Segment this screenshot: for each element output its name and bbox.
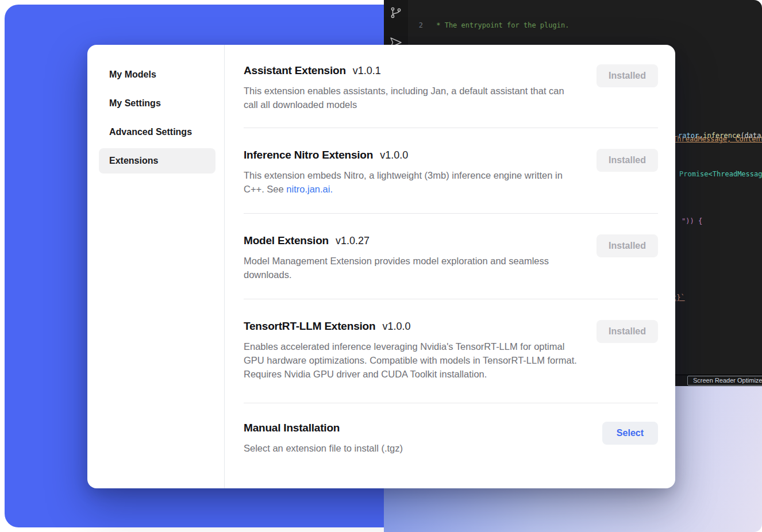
extension-row-assistant: Assistant Extension v1.0.1 This extensio… <box>244 62 658 128</box>
extension-version: v1.0.0 <box>382 321 410 333</box>
extensions-panel: Assistant Extension v1.0.1 This extensio… <box>225 45 675 488</box>
code-fragment: ")) { <box>682 217 702 225</box>
nitro-link[interactable]: nitro.jan.ai. <box>286 184 333 194</box>
extension-title: TensortRT-LLM Extension <box>244 320 375 333</box>
git-branch-icon <box>390 6 402 22</box>
extension-description: Model Management Extension provides mode… <box>244 254 578 282</box>
extension-version: v1.0.0 <box>380 149 408 161</box>
manual-installation-row: Manual Installation Select an extension … <box>244 403 658 478</box>
extension-info: Inference Nitro Extension v1.0.0 This ex… <box>244 149 596 196</box>
extension-title: Model Extension <box>244 234 329 247</box>
extension-version: v1.0.27 <box>336 235 370 247</box>
sidebar-item-my-models[interactable]: My Models <box>99 62 215 87</box>
installed-button[interactable]: Installed <box>596 64 658 87</box>
code-text: * The entrypoint for the plugin. <box>432 21 569 30</box>
sidebar-item-extensions[interactable]: Extensions <box>99 148 215 174</box>
extension-info: Manual Installation Select an extension … <box>244 422 602 455</box>
installed-button[interactable]: Installed <box>596 234 658 257</box>
extension-description: This extension embeds Nitro, a lightweig… <box>244 168 578 196</box>
extension-row-model: Model Extension v1.0.27 Model Management… <box>244 214 658 299</box>
extension-description: Enables accelerated inference leveraging… <box>244 340 578 381</box>
extension-description: This extension enables assistants, inclu… <box>244 84 578 111</box>
settings-modal: My Models My Settings Advanced Settings … <box>87 45 675 488</box>
sidebar-item-advanced-settings[interactable]: Advanced Settings <box>99 119 215 145</box>
manual-installation-description: Select an extension file to install (.tg… <box>244 441 578 455</box>
extension-info: TensortRT-LLM Extension v1.0.0 Enables a… <box>244 320 596 381</box>
extension-info: Model Extension v1.0.27 Model Management… <box>244 234 596 282</box>
code-line: 2 * The entrypoint for the plugin. <box>408 21 762 30</box>
extension-version: v1.0.1 <box>353 65 381 77</box>
installed-button[interactable]: Installed <box>596 149 658 172</box>
manual-installation-title: Manual Installation <box>244 422 340 434</box>
select-file-button[interactable]: Select <box>602 422 658 445</box>
code-fragment: rator.inference(data)); <box>678 132 762 140</box>
line-number: 2 <box>408 21 423 30</box>
installed-button[interactable]: Installed <box>596 320 658 343</box>
sidebar-item-my-settings[interactable]: My Settings <box>99 91 215 116</box>
screen-reader-badge: Screen Reader Optimize <box>687 376 762 385</box>
extension-title: Assistant Extension <box>244 64 346 77</box>
extension-row-nitro: Inference Nitro Extension v1.0.0 This ex… <box>244 128 658 214</box>
code-fragment: Promise<ThreadMessage> <box>679 170 762 178</box>
extension-title: Inference Nitro Extension <box>244 149 373 161</box>
extension-info: Assistant Extension v1.0.1 This extensio… <box>244 64 596 111</box>
settings-sidebar: My Models My Settings Advanced Settings … <box>87 45 225 488</box>
extension-row-tensorrt: TensortRT-LLM Extension v1.0.0 Enables a… <box>244 299 658 403</box>
